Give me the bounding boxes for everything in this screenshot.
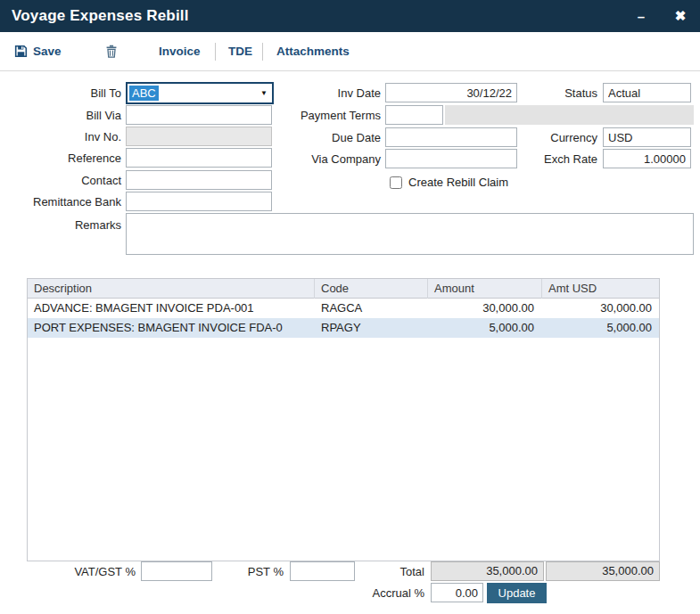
cell-amt-usd: 5,000.00 — [542, 318, 660, 338]
column-header-amt-usd[interactable]: Amt USD — [542, 279, 660, 299]
total-amount-field: 35,000.00 — [431, 561, 544, 581]
due-date-input[interactable] — [385, 127, 517, 147]
update-button[interactable]: Update — [487, 583, 547, 603]
save-label: Save — [33, 45, 62, 58]
status-label: Status — [526, 85, 597, 102]
save-icon — [14, 45, 28, 58]
table-row[interactable]: PORT EXPENSES: BMAGENT INVOICE FDA-0 RPA… — [28, 318, 659, 338]
total-label: Total — [362, 563, 424, 581]
payment-terms-label: Payment Terms — [276, 107, 381, 125]
exch-rate-label: Exch Rate — [526, 151, 597, 168]
total-amt-usd-field: 35,000.00 — [546, 561, 660, 581]
due-date-label: Due Date — [276, 129, 381, 147]
attachments-button[interactable]: Attachments — [276, 32, 350, 70]
titlebar: Voyage Expenses Rebill – ✖ — [0, 0, 700, 32]
chevron-down-icon[interactable]: ▼ — [256, 84, 272, 102]
reference-input[interactable] — [126, 148, 272, 168]
column-header-description[interactable]: Description — [28, 279, 315, 299]
cell-description: PORT EXPENSES: BMAGENT INVOICE FDA-0 — [28, 318, 315, 338]
status-input[interactable] — [603, 83, 691, 102]
via-company-label: Via Company — [276, 151, 381, 168]
save-button[interactable]: Save — [14, 32, 62, 70]
bill-to-combobox[interactable]: ABC ▼ — [126, 82, 274, 104]
exch-rate-input[interactable] — [603, 149, 691, 168]
bill-via-input[interactable] — [126, 105, 272, 125]
pst-label: PST % — [223, 563, 284, 581]
table-header-row: Description Code Amount Amt USD — [28, 279, 659, 299]
bill-to-value: ABC — [129, 86, 159, 101]
cell-code: RPAGY — [315, 318, 428, 338]
minimize-icon[interactable]: – — [622, 9, 661, 24]
trash-icon — [105, 45, 118, 58]
inv-no-input — [126, 127, 272, 146]
remittance-bank-input[interactable] — [126, 192, 272, 211]
close-icon[interactable]: ✖ — [661, 8, 700, 24]
vat-gst-input[interactable] — [141, 561, 212, 581]
create-rebill-claim-label[interactable]: Create Rebill Claim — [408, 176, 508, 190]
line-items-table: Description Code Amount Amt USD ADVANCE:… — [27, 278, 660, 561]
accrual-label: Accrual % — [354, 585, 424, 602]
reference-label: Reference — [0, 150, 121, 168]
remarks-textarea[interactable] — [126, 213, 694, 255]
cell-code: RAGCA — [315, 299, 428, 318]
vat-gst-label: VAT/GST % — [37, 563, 136, 581]
cell-description: ADVANCE: BMAGENT INVOICE PDA-001 — [28, 299, 315, 318]
currency-input[interactable] — [603, 127, 691, 147]
remittance-bank-label: Remittance Bank — [0, 193, 121, 211]
window-title: Voyage Expenses Rebill — [0, 7, 189, 25]
bill-to-label: Bill To — [0, 85, 121, 102]
toolbar-divider — [262, 43, 263, 61]
invoice-button[interactable]: Invoice — [159, 32, 201, 70]
tde-button[interactable]: TDE — [228, 32, 252, 70]
column-header-code[interactable]: Code — [315, 279, 428, 299]
via-company-input[interactable] — [385, 149, 517, 168]
accrual-input[interactable] — [431, 583, 483, 602]
payment-terms-description-field — [445, 105, 694, 125]
cell-amount: 5,000.00 — [428, 318, 542, 338]
cell-amount: 30,000.00 — [428, 299, 542, 318]
delete-button[interactable] — [105, 32, 118, 70]
currency-label: Currency — [526, 129, 597, 147]
pst-input[interactable] — [290, 561, 355, 581]
remarks-label: Remarks — [0, 217, 121, 234]
bill-via-label: Bill Via — [0, 107, 121, 125]
voyage-expenses-rebill-window: Voyage Expenses Rebill – ✖ Save — [0, 0, 700, 614]
contact-input[interactable] — [126, 170, 272, 190]
payment-terms-input[interactable] — [385, 105, 443, 125]
column-header-amount[interactable]: Amount — [428, 279, 542, 299]
titlebar-buttons: – ✖ — [622, 0, 700, 32]
table-row[interactable]: ADVANCE: BMAGENT INVOICE PDA-001 RAGCA 3… — [28, 299, 659, 318]
create-rebill-claim-checkbox[interactable] — [390, 176, 402, 189]
toolbar-divider — [215, 43, 216, 61]
inv-date-label: Inv Date — [276, 85, 381, 102]
contact-label: Contact — [0, 172, 121, 190]
toolbar: Save Invoice TDE Attachments — [0, 32, 700, 71]
inv-date-input[interactable] — [385, 83, 517, 102]
cell-amt-usd: 30,000.00 — [542, 299, 660, 318]
inv-no-label: Inv No. — [0, 128, 121, 146]
